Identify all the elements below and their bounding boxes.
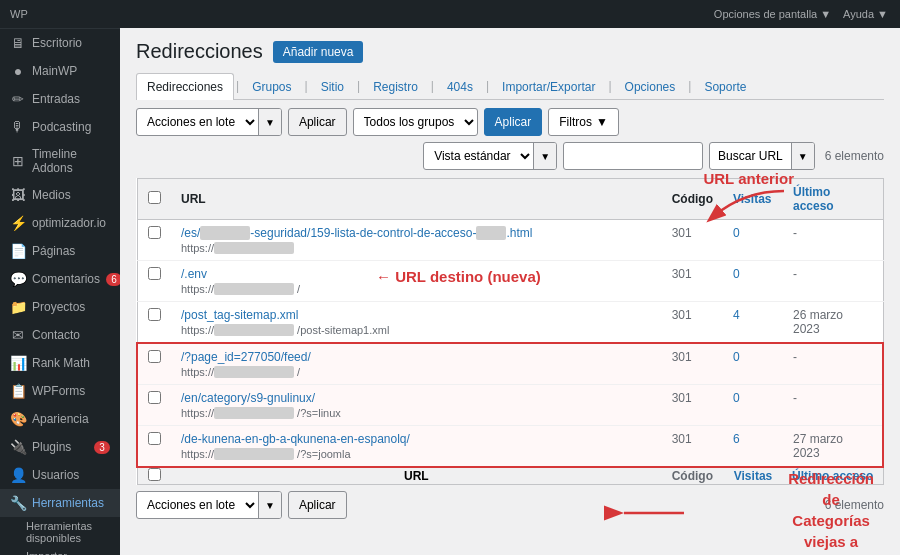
row6-checkbox[interactable] (148, 432, 161, 445)
tab-grupos[interactable]: Grupos (241, 73, 302, 100)
row5-access: - (783, 385, 883, 426)
row4-url-primary[interactable]: /?page_id=277050/feed/ (181, 350, 311, 364)
sidebar-item-proyectos[interactable]: 📁 Proyectos (0, 293, 120, 321)
help-button[interactable]: Ayuda ▼ (843, 8, 888, 20)
footer-apply-button[interactable]: Aplicar (288, 491, 347, 519)
sidebar-item-comentarios[interactable]: 💬 Comentarios 6 (0, 265, 120, 293)
row1-url-primary[interactable]: /es/ -seguridad/159-lista-de-control-de-… (181, 226, 532, 240)
batch-actions-select[interactable]: Acciones en lote (137, 109, 258, 135)
tab-redirecciones[interactable]: Redirecciones (136, 73, 234, 100)
sidebar-item-rankmath[interactable]: 📊 Rank Math (0, 349, 120, 377)
optimizer-icon: ⚡ (10, 215, 26, 231)
table-row: /en/category/s9-gnulinux/ https:// /?s=l… (137, 385, 883, 426)
add-new-button[interactable]: Añadir nueva (273, 41, 364, 63)
row6-checkbox-cell (137, 426, 171, 468)
sidebar-item-medios[interactable]: 🖼 Medios (0, 181, 120, 209)
sidebar-item-herramientas[interactable]: 🔧 Herramientas (0, 489, 120, 517)
row6-access: 27 marzo 2023 (783, 426, 883, 468)
row3-code: 301 (662, 302, 723, 344)
record-count-top: 6 elemento (825, 149, 884, 163)
sidebar-sub-herramientas-disponibles[interactable]: Herramientas disponibles (0, 517, 120, 547)
batch-actions-select-wrapper[interactable]: Acciones en lote ▼ (136, 108, 282, 136)
filters-button[interactable]: Filtros ▼ (548, 108, 619, 136)
row4-url-cell: /?page_id=277050/feed/ https:// / (171, 343, 662, 385)
page-title: Redirecciones (136, 40, 263, 63)
sidebar-label-proyectos: Proyectos (32, 300, 110, 314)
sidebar-item-timeline[interactable]: ⊞ Timeline Addons (0, 141, 120, 181)
row2-url-cell: /.env https:// / (171, 261, 662, 302)
tab-sitio[interactable]: Sitio (310, 73, 355, 100)
contact-icon: ✉ (10, 327, 26, 343)
screen-options-button[interactable]: Opciones de pantalla ▼ (714, 8, 831, 20)
row4-url-secondary: https:// / (181, 366, 652, 378)
media-icon: 🖼 (10, 187, 26, 203)
row6-url-primary[interactable]: /de-kunena-en-gb-a-qkunena-en-espanolq/ (181, 432, 410, 446)
footer-batch-select-wrapper[interactable]: Acciones en lote ▼ (136, 491, 282, 519)
help-label: Ayuda (843, 8, 874, 20)
sidebar-item-optimizador[interactable]: ⚡ optimizador.io (0, 209, 120, 237)
groups-select[interactable]: Todos los grupos (353, 108, 478, 136)
tab-registro[interactable]: Registro (362, 73, 429, 100)
sidebar-item-plugins[interactable]: 🔌 Plugins 3 (0, 433, 120, 461)
sidebar-label-medios: Medios (32, 188, 110, 202)
row1-url-secondary: https:// (181, 242, 652, 254)
row4-checkbox[interactable] (148, 350, 161, 363)
sidebar-item-apariencia[interactable]: 🎨 Apariencia (0, 405, 120, 433)
select-all-checkbox[interactable] (148, 191, 161, 204)
row3-url-cell: /post_tag-sitemap.xml https:// /post-sit… (171, 302, 662, 344)
row5-visits: 0 (723, 385, 783, 426)
appearance-icon: 🎨 (10, 411, 26, 427)
apply-button-top[interactable]: Aplicar (288, 108, 347, 136)
header-url: URL (171, 179, 662, 220)
users-icon: 👤 (10, 467, 26, 483)
view-select[interactable]: Vista estándar (424, 143, 533, 169)
footer-select-all[interactable] (148, 468, 161, 481)
row6-url-secondary: https:// /?s=joomla (181, 448, 652, 460)
row2-url-primary[interactable]: /.env (181, 267, 207, 281)
table-row: /es/ -seguridad/159-lista-de-control-de-… (137, 220, 883, 261)
tabs-row: Redirecciones | Grupos | Sitio | Registr… (136, 73, 884, 100)
sidebar-item-escritorio[interactable]: 🖥 Escritorio (0, 29, 120, 57)
search-btn-label: Buscar URL (710, 146, 791, 166)
comentarios-badge: 6 (106, 273, 120, 286)
sidebar-label-contacto: Contacto (32, 328, 110, 342)
batch-actions-arrow[interactable]: ▼ (258, 109, 281, 135)
search-arrow[interactable]: ▼ (791, 143, 814, 169)
sidebar-label-mainwp: MainWP (32, 64, 110, 78)
sidebar-label-paginas: Páginas (32, 244, 110, 258)
projects-icon: 📁 (10, 299, 26, 315)
sidebar-item-podcasting[interactable]: 🎙 Podcasting (0, 113, 120, 141)
row1-checkbox[interactable] (148, 226, 161, 239)
view-select-wrapper[interactable]: Vista estándar ▼ (423, 142, 557, 170)
tab-importar-exportar[interactable]: Importar/Exportar (491, 73, 606, 100)
sidebar-item-entradas[interactable]: ✏ Entradas (0, 85, 120, 113)
row2-checkbox[interactable] (148, 267, 161, 280)
search-btn-wrapper[interactable]: Buscar URL ▼ (709, 142, 815, 170)
tab-404s[interactable]: 404s (436, 73, 484, 100)
tab-opciones[interactable]: Opciones (614, 73, 687, 100)
sidebar-item-mainwp[interactable]: ● MainWP (0, 57, 120, 85)
sidebar-item-contacto[interactable]: ✉ Contacto (0, 321, 120, 349)
topbar: Opciones de pantalla ▼ Ayuda ▼ (120, 0, 900, 28)
row2-access: - (783, 261, 883, 302)
row3-checkbox[interactable] (148, 308, 161, 321)
sidebar-item-usuarios[interactable]: 👤 Usuarios (0, 461, 120, 489)
sidebar-item-paginas[interactable]: 📄 Páginas (0, 237, 120, 265)
sidebar-item-wpforms[interactable]: 📋 WPForms (0, 377, 120, 405)
tab-soporte[interactable]: Soporte (693, 73, 757, 100)
row5-url-primary[interactable]: /en/category/s9-gnulinux/ (181, 391, 315, 405)
row5-url-secondary: https:// /?s=linux (181, 407, 652, 419)
footer-header-acceso: Último acceso (783, 467, 883, 485)
footer-header-codigo: Código (662, 467, 723, 485)
row4-code: 301 (662, 343, 723, 385)
footer-batch-select[interactable]: Acciones en lote (137, 492, 258, 518)
search-input[interactable] (563, 142, 703, 170)
view-arrow[interactable]: ▼ (533, 143, 556, 169)
header-visitas[interactable]: Visitas (723, 179, 783, 220)
apply-groups-button[interactable]: Aplicar (484, 108, 543, 136)
row3-url-primary[interactable]: /post_tag-sitemap.xml (181, 308, 298, 322)
sidebar-sub-importar[interactable]: Importar (0, 547, 120, 555)
footer-batch-arrow[interactable]: ▼ (258, 492, 281, 518)
row5-checkbox[interactable] (148, 391, 161, 404)
header-ultimo-acceso[interactable]: Último acceso (783, 179, 883, 220)
